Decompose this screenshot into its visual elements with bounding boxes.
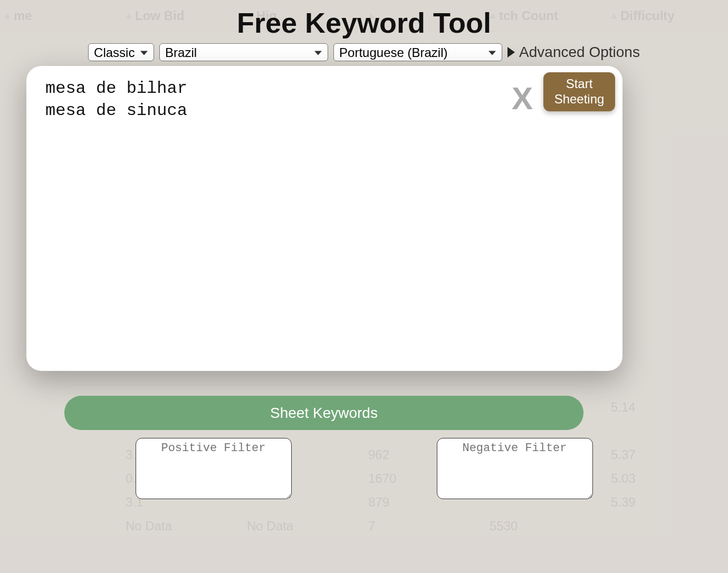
type-select[interactable]: Classic bbox=[88, 43, 154, 61]
country-select[interactable]: Brazil bbox=[159, 43, 328, 61]
sheet-keywords-button[interactable]: Sheet Keywords bbox=[64, 396, 583, 430]
negative-filter-input[interactable] bbox=[437, 438, 593, 499]
filters-row bbox=[0, 438, 728, 499]
close-icon[interactable]: X bbox=[512, 83, 533, 114]
top-controls: Classic Brazil Portuguese (Brazil) Advan… bbox=[0, 43, 728, 61]
language-select[interactable]: Portuguese (Brazil) bbox=[333, 43, 502, 61]
keywords-input[interactable] bbox=[45, 78, 494, 359]
positive-filter-input[interactable] bbox=[136, 438, 292, 499]
advanced-options-toggle[interactable]: Advanced Options bbox=[507, 44, 640, 61]
keyword-panel: X Start Sheeting bbox=[26, 66, 622, 371]
start-sheeting-button[interactable]: Start Sheeting bbox=[543, 72, 615, 111]
page-title: Free Keyword Tool bbox=[0, 6, 728, 39]
advanced-options-label: Advanced Options bbox=[519, 44, 640, 61]
triangle-right-icon bbox=[507, 47, 515, 58]
